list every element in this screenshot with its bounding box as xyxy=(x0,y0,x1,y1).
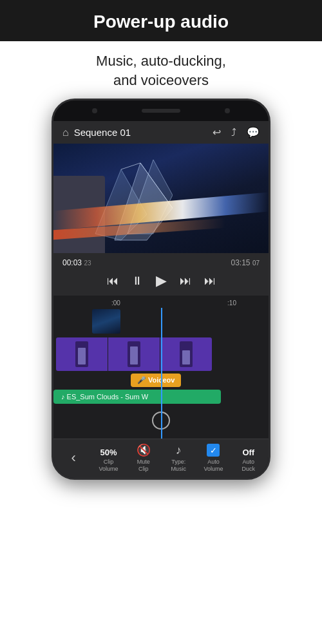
clip-thumb-2 xyxy=(108,337,160,371)
video-preview xyxy=(53,144,269,253)
step-back-button[interactable]: ⏸ xyxy=(131,274,143,288)
top-nav: ⌂ Sequence 01 ↩ ⤴ 💬 xyxy=(53,121,269,144)
back-arrow-icon[interactable]: ‹ xyxy=(71,450,75,473)
subtitle-section: Music, auto-ducking,and voiceovers xyxy=(0,41,322,99)
main-clip-1[interactable] xyxy=(56,337,108,371)
app-ui: ⌂ Sequence 01 ↩ ⤴ 💬 xyxy=(53,121,269,478)
time-display: 00:03 23 03:15 07 xyxy=(60,257,262,269)
home-icon[interactable]: ⌂ xyxy=(62,127,69,138)
toolbar-back[interactable]: ‹ xyxy=(59,450,88,473)
toolbar-items: ‹ 50% ClipVolume 🔇 MuteClip ♪ xyxy=(56,443,266,473)
clip-thumb-1 xyxy=(56,337,108,371)
ruler-mark-start: :00 xyxy=(111,299,120,307)
header-banner: Power-up audio xyxy=(0,0,322,41)
skip-to-start-button[interactable]: ⏮ xyxy=(107,274,118,288)
share-icon[interactable]: ⤴ xyxy=(231,127,236,138)
phone-shell: ⌂ Sequence 01 ↩ ⤴ 💬 xyxy=(52,99,270,480)
voiceover-label: 🎤 Voiceov xyxy=(137,376,175,384)
broll-clip-1[interactable] xyxy=(92,309,120,334)
header-title: Power-up audio xyxy=(93,12,229,32)
broll-clip-thumb xyxy=(92,309,120,334)
toolbar-auto-volume[interactable]: ✓ AutoVolume xyxy=(199,444,227,473)
playhead xyxy=(161,308,162,439)
comment-icon[interactable]: 💬 xyxy=(247,126,260,138)
main-clip-2[interactable] xyxy=(108,337,160,371)
auto-duck-label: AutoDuck xyxy=(242,459,256,473)
phone-camera-left xyxy=(92,108,97,113)
play-button[interactable]: ▶ xyxy=(156,272,167,289)
toolbar-mute-clip[interactable]: 🔇 MuteClip xyxy=(129,443,158,473)
sequence-title: Sequence 01 xyxy=(74,127,207,138)
voiceover-clip[interactable]: 🎤 Voiceov xyxy=(131,374,181,387)
clip-volume-value: 50% xyxy=(100,448,117,457)
subtitle-text: Music, auto-ducking,and voiceovers xyxy=(26,52,296,90)
auto-volume-checkbox[interactable]: ✓ xyxy=(207,444,220,457)
total-time: 03:15 07 xyxy=(231,258,260,267)
ruler-mark-end: :10 xyxy=(227,299,236,307)
phone-speaker xyxy=(142,109,180,113)
playback-controls: ⏮ ⏸ ▶ ⏭ ⏭ xyxy=(60,269,262,293)
timeline-section: :00 :10 xyxy=(53,296,269,439)
current-time: 00:03 23 xyxy=(62,258,91,267)
phone-top-bar xyxy=(53,100,269,121)
bottom-toolbar: ‹ 50% ClipVolume 🔇 MuteClip ♪ xyxy=(53,439,269,478)
phone-wrapper: ⌂ Sequence 01 ↩ ⤴ 💬 xyxy=(0,99,322,480)
step-forward-button[interactable]: ⏭ xyxy=(180,274,191,288)
playback-section: 00:03 23 03:15 07 ⏮ ⏸ ▶ ⏭ ⏭ xyxy=(53,253,269,296)
mute-label: MuteClip xyxy=(137,459,150,473)
timeline-tracks: 🎤 Voiceov ♪ ES_Sum Clouds - Sum W xyxy=(53,308,269,439)
toolbar-type-music[interactable]: ♪ Type:Music xyxy=(164,444,193,473)
music-type-icon: ♪ xyxy=(176,444,182,457)
undo-icon[interactable]: ↩ xyxy=(213,126,221,138)
auto-duck-value: Off xyxy=(242,448,254,457)
svg-line-3 xyxy=(121,163,140,169)
mute-icon: 🔇 xyxy=(137,443,151,457)
music-label: ♪ ES_Sum Clouds - Sum W xyxy=(61,393,148,401)
type-music-label: Type:Music xyxy=(171,459,186,473)
toolbar-auto-duck[interactable]: Off AutoDuck xyxy=(234,448,263,473)
toolbar-clip-volume[interactable]: 50% ClipVolume xyxy=(94,448,122,473)
clip-volume-label: ClipVolume xyxy=(99,459,118,473)
music-clip[interactable]: ♪ ES_Sum Clouds - Sum W xyxy=(53,390,221,404)
timeline-ruler: :00 :10 xyxy=(53,298,269,308)
nav-actions: ↩ ⤴ 💬 xyxy=(213,126,260,138)
skip-to-end-button[interactable]: ⏭ xyxy=(204,274,216,288)
phone-camera-right xyxy=(225,108,230,113)
auto-volume-label: AutoVolume xyxy=(204,459,223,473)
main-clip-3[interactable] xyxy=(160,337,212,371)
clip-thumb-3 xyxy=(160,337,212,371)
